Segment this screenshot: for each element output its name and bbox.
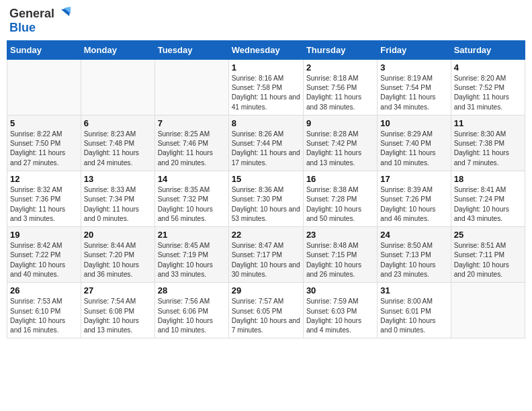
calendar-day-13: 13Sunrise: 8:33 AMSunset: 7:34 PMDayligh… bbox=[81, 171, 154, 227]
day-info: Sunrise: 7:53 AMSunset: 6:10 PMDaylight:… bbox=[10, 297, 78, 335]
empty-cell bbox=[154, 59, 228, 115]
day-number: 15 bbox=[232, 174, 300, 184]
calendar-day-31: 31Sunrise: 8:00 AMSunset: 6:01 PMDayligh… bbox=[378, 283, 451, 338]
day-info: Sunrise: 8:38 AMSunset: 7:28 PMDaylight:… bbox=[306, 185, 374, 224]
day-number: 18 bbox=[454, 174, 522, 184]
day-info: Sunrise: 8:41 AMSunset: 7:24 PMDaylight:… bbox=[454, 185, 522, 224]
calendar-week-2: 5Sunrise: 8:22 AMSunset: 7:50 PMDaylight… bbox=[7, 115, 525, 171]
day-info: Sunrise: 8:42 AMSunset: 7:22 PMDaylight:… bbox=[10, 241, 78, 279]
day-number: 14 bbox=[158, 174, 226, 184]
calendar-week-1: 1Sunrise: 8:16 AMSunset: 7:58 PMDaylight… bbox=[7, 59, 525, 115]
calendar-day-5: 5Sunrise: 8:22 AMSunset: 7:50 PMDaylight… bbox=[7, 115, 81, 171]
calendar-day-12: 12Sunrise: 8:32 AMSunset: 7:36 PMDayligh… bbox=[7, 171, 81, 227]
calendar-day-29: 29Sunrise: 7:57 AMSunset: 6:05 PMDayligh… bbox=[228, 283, 303, 338]
day-info: Sunrise: 8:20 AMSunset: 7:52 PMDaylight:… bbox=[454, 74, 522, 112]
day-number: 17 bbox=[380, 174, 447, 184]
weekday-header-thursday: Thursday bbox=[303, 40, 377, 59]
calendar-table: SundayMondayTuesdayWednesdayThursdayFrid… bbox=[7, 40, 525, 339]
day-number: 3 bbox=[380, 62, 447, 73]
day-info: Sunrise: 7:54 AMSunset: 6:08 PMDaylight:… bbox=[84, 297, 152, 335]
day-number: 30 bbox=[306, 285, 374, 295]
calendar-day-2: 2Sunrise: 8:18 AMSunset: 7:56 PMDaylight… bbox=[303, 59, 377, 115]
logo: General Blue bbox=[9, 7, 71, 35]
day-info: Sunrise: 8:51 AMSunset: 7:11 PMDaylight:… bbox=[454, 241, 522, 279]
day-number: 26 bbox=[10, 285, 78, 295]
day-number: 6 bbox=[84, 118, 152, 128]
empty-cell bbox=[81, 59, 154, 115]
day-info: Sunrise: 7:56 AMSunset: 6:06 PMDaylight:… bbox=[158, 297, 226, 335]
day-info: Sunrise: 8:29 AMSunset: 7:40 PMDaylight:… bbox=[380, 130, 447, 168]
day-info: Sunrise: 8:28 AMSunset: 7:42 PMDaylight:… bbox=[306, 130, 374, 168]
day-info: Sunrise: 8:25 AMSunset: 7:46 PMDaylight:… bbox=[158, 130, 226, 168]
calendar-day-25: 25Sunrise: 8:51 AMSunset: 7:11 PMDayligh… bbox=[451, 227, 525, 283]
weekday-header-row: SundayMondayTuesdayWednesdayThursdayFrid… bbox=[7, 40, 525, 59]
logo-general: General bbox=[9, 7, 54, 21]
day-number: 29 bbox=[232, 285, 300, 295]
calendar-day-10: 10Sunrise: 8:29 AMSunset: 7:40 PMDayligh… bbox=[378, 115, 451, 171]
calendar-day-4: 4Sunrise: 8:20 AMSunset: 7:52 PMDaylight… bbox=[451, 59, 525, 115]
calendar-week-3: 12Sunrise: 8:32 AMSunset: 7:36 PMDayligh… bbox=[7, 171, 525, 227]
day-number: 5 bbox=[10, 118, 78, 128]
page-header: General Blue bbox=[7, 7, 525, 35]
day-number: 23 bbox=[306, 230, 374, 240]
calendar-day-1: 1Sunrise: 8:16 AMSunset: 7:58 PMDaylight… bbox=[228, 59, 303, 115]
day-number: 16 bbox=[306, 174, 374, 184]
day-number: 19 bbox=[10, 230, 78, 240]
day-info: Sunrise: 8:32 AMSunset: 7:36 PMDaylight:… bbox=[10, 185, 78, 224]
calendar-day-18: 18Sunrise: 8:41 AMSunset: 7:24 PMDayligh… bbox=[451, 171, 525, 227]
calendar-day-14: 14Sunrise: 8:35 AMSunset: 7:32 PMDayligh… bbox=[154, 171, 228, 227]
calendar-day-16: 16Sunrise: 8:38 AMSunset: 7:28 PMDayligh… bbox=[303, 171, 377, 227]
day-info: Sunrise: 8:45 AMSunset: 7:19 PMDaylight:… bbox=[158, 241, 226, 279]
calendar-day-24: 24Sunrise: 8:50 AMSunset: 7:13 PMDayligh… bbox=[378, 227, 451, 283]
calendar-day-23: 23Sunrise: 8:48 AMSunset: 7:15 PMDayligh… bbox=[303, 227, 377, 283]
calendar-week-5: 26Sunrise: 7:53 AMSunset: 6:10 PMDayligh… bbox=[7, 283, 525, 338]
day-info: Sunrise: 8:19 AMSunset: 7:54 PMDaylight:… bbox=[380, 74, 447, 112]
day-info: Sunrise: 7:57 AMSunset: 6:05 PMDaylight:… bbox=[232, 297, 300, 335]
day-number: 11 bbox=[454, 118, 522, 128]
weekday-header-sunday: Sunday bbox=[7, 40, 81, 59]
calendar-day-19: 19Sunrise: 8:42 AMSunset: 7:22 PMDayligh… bbox=[7, 227, 81, 283]
day-info: Sunrise: 8:44 AMSunset: 7:20 PMDaylight:… bbox=[84, 241, 152, 279]
day-number: 20 bbox=[84, 230, 152, 240]
day-info: Sunrise: 8:30 AMSunset: 7:38 PMDaylight:… bbox=[454, 130, 522, 168]
day-number: 13 bbox=[84, 174, 152, 184]
logo-blue: Blue bbox=[9, 21, 71, 35]
day-info: Sunrise: 8:35 AMSunset: 7:32 PMDaylight:… bbox=[158, 185, 226, 224]
day-number: 2 bbox=[306, 62, 374, 73]
calendar-day-11: 11Sunrise: 8:30 AMSunset: 7:38 PMDayligh… bbox=[451, 115, 525, 171]
weekday-header-wednesday: Wednesday bbox=[228, 40, 303, 59]
day-info: Sunrise: 8:26 AMSunset: 7:44 PMDaylight:… bbox=[232, 130, 300, 168]
calendar-day-3: 3Sunrise: 8:19 AMSunset: 7:54 PMDaylight… bbox=[378, 59, 451, 115]
calendar-day-28: 28Sunrise: 7:56 AMSunset: 6:06 PMDayligh… bbox=[154, 283, 228, 338]
weekday-header-friday: Friday bbox=[378, 40, 451, 59]
day-info: Sunrise: 8:50 AMSunset: 7:13 PMDaylight:… bbox=[380, 241, 447, 279]
calendar-day-7: 7Sunrise: 8:25 AMSunset: 7:46 PMDaylight… bbox=[154, 115, 228, 171]
day-number: 25 bbox=[454, 230, 522, 240]
calendar-day-22: 22Sunrise: 8:47 AMSunset: 7:17 PMDayligh… bbox=[228, 227, 303, 283]
day-info: Sunrise: 8:36 AMSunset: 7:30 PMDaylight:… bbox=[232, 185, 300, 224]
day-info: Sunrise: 7:59 AMSunset: 6:03 PMDaylight:… bbox=[306, 297, 374, 335]
calendar-day-21: 21Sunrise: 8:45 AMSunset: 7:19 PMDayligh… bbox=[154, 227, 228, 283]
calendar-day-26: 26Sunrise: 7:53 AMSunset: 6:10 PMDayligh… bbox=[7, 283, 81, 338]
weekday-header-tuesday: Tuesday bbox=[154, 40, 228, 59]
day-number: 4 bbox=[454, 62, 522, 73]
calendar-day-6: 6Sunrise: 8:23 AMSunset: 7:48 PMDaylight… bbox=[81, 115, 154, 171]
day-number: 28 bbox=[158, 285, 226, 295]
calendar-day-20: 20Sunrise: 8:44 AMSunset: 7:20 PMDayligh… bbox=[81, 227, 154, 283]
day-info: Sunrise: 8:33 AMSunset: 7:34 PMDaylight:… bbox=[84, 185, 152, 224]
day-number: 31 bbox=[380, 285, 447, 295]
day-info: Sunrise: 8:22 AMSunset: 7:50 PMDaylight:… bbox=[10, 130, 78, 168]
day-number: 10 bbox=[380, 118, 447, 128]
calendar-week-4: 19Sunrise: 8:42 AMSunset: 7:22 PMDayligh… bbox=[7, 227, 525, 283]
day-number: 22 bbox=[232, 230, 300, 240]
day-number: 21 bbox=[158, 230, 226, 240]
weekday-header-saturday: Saturday bbox=[451, 40, 525, 59]
logo-bird-icon bbox=[56, 7, 71, 21]
logo-text: General Blue bbox=[9, 7, 71, 35]
calendar-day-9: 9Sunrise: 8:28 AMSunset: 7:42 PMDaylight… bbox=[303, 115, 377, 171]
day-number: 1 bbox=[232, 62, 300, 73]
day-info: Sunrise: 8:18 AMSunset: 7:56 PMDaylight:… bbox=[306, 74, 374, 112]
calendar-day-15: 15Sunrise: 8:36 AMSunset: 7:30 PMDayligh… bbox=[228, 171, 303, 227]
day-info: Sunrise: 8:23 AMSunset: 7:48 PMDaylight:… bbox=[84, 130, 152, 168]
calendar-day-17: 17Sunrise: 8:39 AMSunset: 7:26 PMDayligh… bbox=[378, 171, 451, 227]
